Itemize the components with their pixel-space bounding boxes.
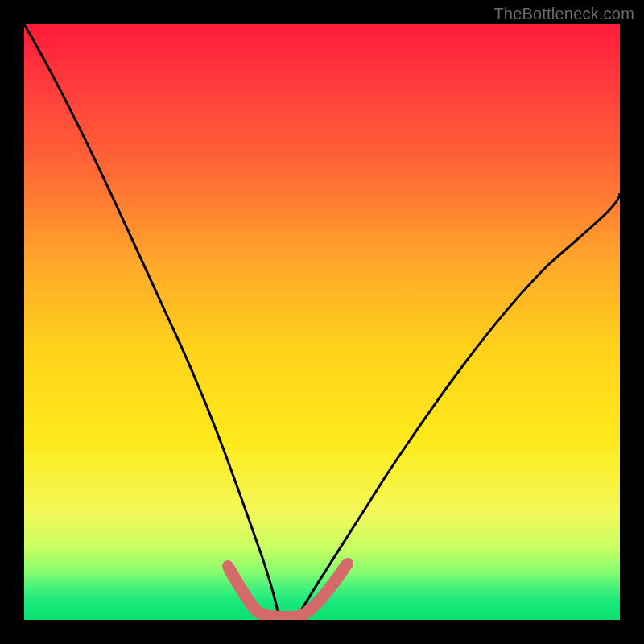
curve-layer — [24, 24, 620, 620]
highlight-band — [229, 565, 346, 617]
watermark-label: TheBottleneck.com — [493, 5, 634, 23]
highlight-end-left — [222, 560, 233, 572]
highlight-end-right — [342, 558, 353, 569]
chart-frame: TheBottleneck.com — [0, 0, 644, 644]
plot-area — [24, 24, 620, 620]
bottleneck-curve — [24, 24, 620, 616]
